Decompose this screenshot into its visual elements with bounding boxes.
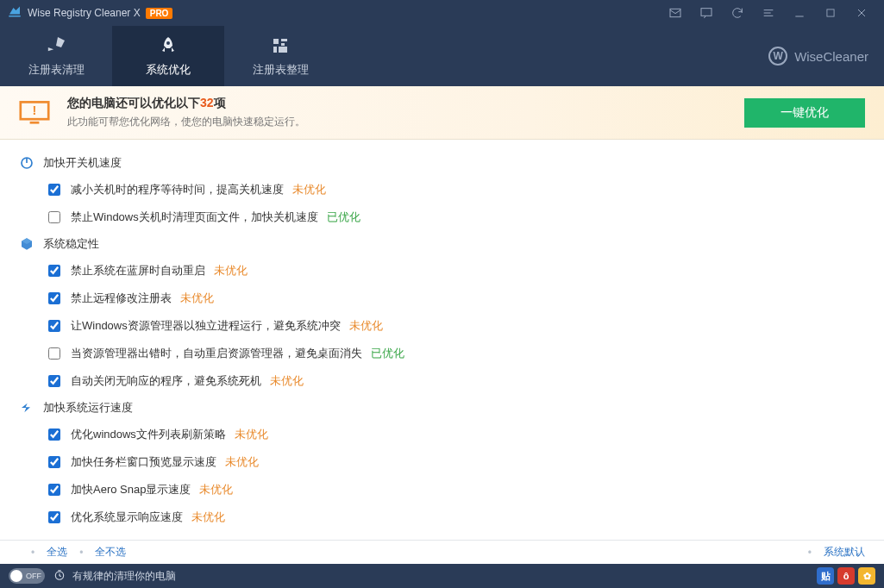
social-qzone-icon[interactable]: ✿ <box>858 567 875 585</box>
menu-icon[interactable] <box>753 0 784 26</box>
navbar: 注册表清理系统优化注册表整理 W WiseCleaner <box>0 26 884 86</box>
option-row: 优化系统显示响应速度未优化 <box>0 504 884 531</box>
option-checkbox[interactable] <box>48 211 60 223</box>
option-text: 自动关闭无响应的程序，避免系统死机 <box>71 373 261 389</box>
svg-rect-11 <box>30 121 40 123</box>
option-row: 加快任务栏窗口预览显示速度未优化 <box>0 448 884 476</box>
select-all-link[interactable]: 全选 <box>47 545 67 560</box>
nav-tab-1[interactable]: 系统优化 <box>112 26 224 86</box>
blocks-icon <box>270 34 291 57</box>
group-header[interactable]: 系统稳定性 <box>0 231 884 257</box>
nav-tab-2[interactable]: 注册表整理 <box>224 26 336 86</box>
option-row: 减小关机时的程序等待时间，提高关机速度未优化 <box>0 176 884 203</box>
option-status: 未优化 <box>199 482 233 497</box>
option-text: 加快任务栏窗口预览显示速度 <box>71 454 216 470</box>
banner-title: 您的电脑还可以优化以下32项 <box>67 96 744 111</box>
nav-tab-0[interactable]: 注册表清理 <box>0 26 112 86</box>
svg-rect-0 <box>9 16 21 17</box>
brand-logo-icon: W <box>768 47 787 66</box>
pro-badge: PRO <box>146 8 173 19</box>
speed-icon <box>19 400 34 416</box>
option-status: 已优化 <box>371 346 404 361</box>
option-checkbox[interactable] <box>48 428 60 441</box>
group-header[interactable]: 加快开关机速度 <box>0 150 884 176</box>
svg-rect-1 <box>670 9 680 16</box>
option-status: 未优化 <box>225 454 259 470</box>
option-checkbox[interactable] <box>48 375 60 387</box>
option-row: 禁止系统在蓝屏时自动重启未优化 <box>0 257 884 285</box>
brand[interactable]: W WiseCleaner <box>768 26 884 86</box>
group-title: 加快开关机速度 <box>43 155 122 171</box>
option-status: 未优化 <box>292 182 326 197</box>
option-status: 未优化 <box>180 291 214 306</box>
nav-tab-label: 注册表清理 <box>28 62 85 78</box>
minimize-icon[interactable] <box>784 0 815 26</box>
option-status: 未优化 <box>191 510 225 525</box>
statusbar: OFF 有规律的清理你的电脑 贴 ô ✿ <box>0 564 884 588</box>
app-icon <box>7 5 22 21</box>
social-weibo-icon[interactable]: ô <box>837 567 855 585</box>
social-tieba-icon[interactable]: 贴 <box>817 567 834 585</box>
option-row: 禁止Windows关机时清理页面文件，加快关机速度已优化 <box>0 203 884 231</box>
box-icon <box>19 236 34 252</box>
banner-subtitle: 此功能可帮您优化网络，使您的电脑快速稳定运行。 <box>67 115 744 129</box>
option-row: 加快Aero Snap显示速度未优化 <box>0 476 884 504</box>
select-none-link[interactable]: 全不选 <box>95 545 126 560</box>
svg-rect-9 <box>279 47 287 53</box>
mail-icon[interactable] <box>660 0 691 26</box>
option-row: 让Windows资源管理器以独立进程运行，避免系统冲突未优化 <box>0 312 884 340</box>
option-checkbox[interactable] <box>48 320 60 332</box>
option-row: 禁止远程修改注册表未优化 <box>0 285 884 312</box>
option-text: 当资源管理器出错时，自动重启资源管理器，避免桌面消失 <box>71 346 362 361</box>
option-status: 未优化 <box>214 263 248 278</box>
maximize-icon[interactable] <box>815 0 846 26</box>
option-checkbox[interactable] <box>48 511 60 523</box>
group-title: 加快系统运行速度 <box>43 400 133 416</box>
option-checkbox[interactable] <box>48 347 60 360</box>
feedback-icon[interactable] <box>691 0 722 26</box>
option-row: 自动关闭无响应的程序，避免系统死机未优化 <box>0 367 884 395</box>
brush-icon <box>46 34 66 57</box>
svg-rect-6 <box>281 39 287 41</box>
option-text: 禁止Windows关机时清理页面文件，加快关机速度 <box>71 210 318 225</box>
optimize-button[interactable]: 一键优化 <box>744 98 865 128</box>
nav-tab-label: 系统优化 <box>146 62 191 78</box>
option-checkbox[interactable] <box>48 484 60 496</box>
warning-monitor-icon: ! <box>19 100 50 126</box>
option-checkbox[interactable] <box>48 456 60 468</box>
content-area: 加快开关机速度减小关机时的程序等待时间，提高关机速度未优化禁止Windows关机… <box>0 140 884 540</box>
svg-rect-3 <box>827 9 834 16</box>
group-header[interactable]: 加快系统运行速度 <box>0 395 884 421</box>
option-checkbox[interactable] <box>48 265 60 277</box>
option-text: 优化系统显示响应速度 <box>71 510 183 525</box>
system-default-link[interactable]: 系统默认 <box>824 545 865 560</box>
option-status: 已优化 <box>327 210 360 225</box>
refresh-icon[interactable] <box>722 0 753 26</box>
svg-text:!: ! <box>33 103 37 116</box>
option-checkbox[interactable] <box>48 184 60 196</box>
rocket-icon <box>158 34 179 57</box>
schedule-toggle[interactable]: OFF <box>9 568 45 584</box>
group-title: 系统稳定性 <box>43 236 99 252</box>
nav-tab-label: 注册表整理 <box>253 62 309 78</box>
app-title: Wise Registry Cleaner X <box>28 7 141 19</box>
bottom-links: • 全选 • 全不选 • 系统默认 <box>0 540 884 564</box>
option-text: 让Windows资源管理器以独立进程运行，避免系统冲突 <box>71 318 341 334</box>
svg-point-4 <box>166 41 170 45</box>
close-icon[interactable] <box>846 0 877 26</box>
option-row: 优化windows文件列表刷新策略未优化 <box>0 421 884 448</box>
option-text: 加快Aero Snap显示速度 <box>71 482 191 497</box>
option-status: 未优化 <box>349 318 383 334</box>
option-text: 优化windows文件列表刷新策略 <box>71 427 226 442</box>
option-row: 当资源管理器出错时，自动重启资源管理器，避免桌面消失已优化 <box>0 340 884 367</box>
option-status: 未优化 <box>235 427 268 442</box>
option-text: 禁止远程修改注册表 <box>71 291 172 306</box>
banner: ! 您的电脑还可以优化以下32项 此功能可帮您优化网络，使您的电脑快速稳定运行。… <box>0 86 884 140</box>
power-icon <box>19 155 34 171</box>
option-checkbox[interactable] <box>48 292 60 304</box>
titlebar: Wise Registry Cleaner X PRO <box>0 0 884 26</box>
svg-rect-8 <box>273 47 277 53</box>
schedule-text: 有规律的清理你的电脑 <box>72 569 176 584</box>
clock-icon <box>53 569 66 584</box>
svg-rect-7 <box>281 43 285 46</box>
